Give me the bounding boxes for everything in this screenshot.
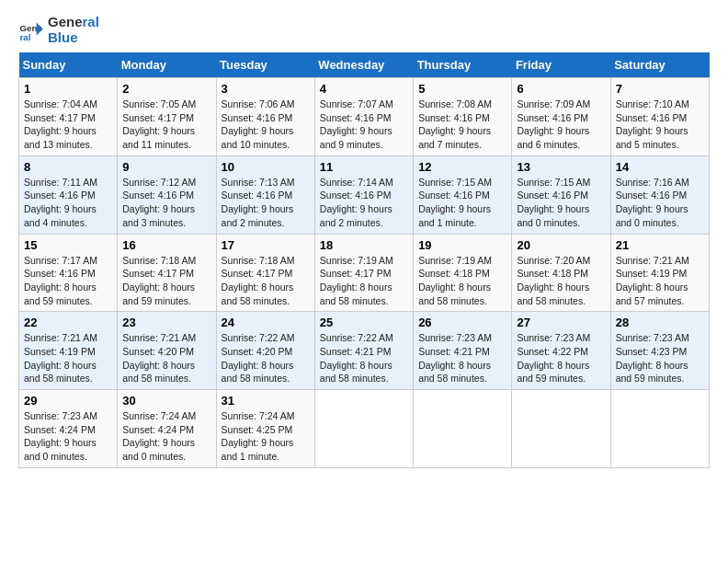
calendar-cell: 13Sunrise: 7:15 AM Sunset: 4:16 PM Dayli… <box>512 155 610 234</box>
day-number: 1 <box>24 82 112 96</box>
logo-text: General Blue <box>48 15 99 45</box>
day-number: 20 <box>517 238 605 252</box>
day-number: 21 <box>616 238 704 252</box>
day-number: 11 <box>320 160 408 174</box>
day-info: Sunrise: 7:12 AM Sunset: 4:16 PM Dayligh… <box>122 176 210 230</box>
day-info: Sunrise: 7:22 AM Sunset: 4:20 PM Dayligh… <box>222 331 310 385</box>
calendar-cell: 6Sunrise: 7:09 AM Sunset: 4:16 PM Daylig… <box>512 78 610 156</box>
day-info: Sunrise: 7:23 AM Sunset: 4:22 PM Dayligh… <box>517 331 605 385</box>
calendar-cell: 19Sunrise: 7:19 AM Sunset: 4:18 PM Dayli… <box>414 234 512 312</box>
header-day-sunday: Sunday <box>19 52 118 78</box>
day-info: Sunrise: 7:07 AM Sunset: 4:16 PM Dayligh… <box>320 98 408 152</box>
day-info: Sunrise: 7:22 AM Sunset: 4:21 PM Dayligh… <box>320 331 408 385</box>
day-info: Sunrise: 7:09 AM Sunset: 4:16 PM Dayligh… <box>517 98 605 152</box>
calendar-cell: 21Sunrise: 7:21 AM Sunset: 4:19 PM Dayli… <box>610 234 709 312</box>
day-info: Sunrise: 7:04 AM Sunset: 4:17 PM Dayligh… <box>24 98 112 152</box>
day-info: Sunrise: 7:11 AM Sunset: 4:16 PM Dayligh… <box>24 176 112 230</box>
day-info: Sunrise: 7:15 AM Sunset: 4:16 PM Dayligh… <box>418 176 506 230</box>
day-info: Sunrise: 7:24 AM Sunset: 4:25 PM Dayligh… <box>222 409 310 464</box>
calendar-cell: 16Sunrise: 7:18 AM Sunset: 4:17 PM Dayli… <box>118 234 216 312</box>
day-info: Sunrise: 7:15 AM Sunset: 4:16 PM Dayligh… <box>517 176 605 230</box>
day-number: 27 <box>517 316 605 329</box>
day-number: 15 <box>24 238 112 252</box>
calendar-cell: 30Sunrise: 7:24 AM Sunset: 4:24 PM Dayli… <box>118 390 216 468</box>
day-number: 25 <box>320 316 408 329</box>
calendar-cell <box>610 390 709 468</box>
calendar-cell: 14Sunrise: 7:16 AM Sunset: 4:16 PM Dayli… <box>610 155 709 234</box>
calendar-cell <box>512 390 610 468</box>
calendar-cell: 15Sunrise: 7:17 AM Sunset: 4:16 PM Dayli… <box>19 234 118 312</box>
day-number: 9 <box>122 160 210 174</box>
week-row-4: 22Sunrise: 7:21 AM Sunset: 4:19 PM Dayli… <box>19 312 710 390</box>
day-number: 12 <box>418 160 506 174</box>
day-info: Sunrise: 7:06 AM Sunset: 4:16 PM Dayligh… <box>222 98 310 152</box>
day-number: 17 <box>222 238 310 252</box>
calendar-cell: 29Sunrise: 7:23 AM Sunset: 4:24 PM Dayli… <box>19 390 118 468</box>
week-row-2: 8Sunrise: 7:11 AM Sunset: 4:16 PM Daylig… <box>19 155 710 234</box>
calendar-cell <box>414 390 512 468</box>
day-info: Sunrise: 7:18 AM Sunset: 4:17 PM Dayligh… <box>222 254 310 308</box>
day-info: Sunrise: 7:23 AM Sunset: 4:24 PM Dayligh… <box>24 409 112 464</box>
calendar-header: SundayMondayTuesdayWednesdayThursdayFrid… <box>19 52 710 78</box>
day-number: 24 <box>222 316 310 329</box>
calendar-cell: 18Sunrise: 7:19 AM Sunset: 4:17 PM Dayli… <box>314 234 413 312</box>
calendar-cell: 22Sunrise: 7:21 AM Sunset: 4:19 PM Dayli… <box>19 312 118 390</box>
day-info: Sunrise: 7:20 AM Sunset: 4:18 PM Dayligh… <box>517 254 605 308</box>
day-number: 4 <box>320 82 408 96</box>
day-info: Sunrise: 7:13 AM Sunset: 4:16 PM Dayligh… <box>222 176 310 230</box>
day-info: Sunrise: 7:21 AM Sunset: 4:19 PM Dayligh… <box>616 254 704 308</box>
day-number: 29 <box>24 394 112 408</box>
day-number: 26 <box>418 316 506 329</box>
header-day-monday: Monday <box>118 52 216 78</box>
day-info: Sunrise: 7:23 AM Sunset: 4:23 PM Dayligh… <box>616 331 704 385</box>
day-info: Sunrise: 7:21 AM Sunset: 4:19 PM Dayligh… <box>24 331 112 385</box>
header: Gene ral General Blue <box>18 15 710 45</box>
header-day-saturday: Saturday <box>610 52 709 78</box>
logo-icon: Gene ral <box>18 17 44 43</box>
calendar-cell: 2Sunrise: 7:05 AM Sunset: 4:17 PM Daylig… <box>118 78 216 156</box>
day-number: 6 <box>517 82 605 96</box>
day-number: 14 <box>616 160 704 174</box>
day-number: 22 <box>24 316 112 329</box>
calendar-cell: 1Sunrise: 7:04 AM Sunset: 4:17 PM Daylig… <box>19 78 118 156</box>
day-info: Sunrise: 7:23 AM Sunset: 4:21 PM Dayligh… <box>418 331 506 385</box>
day-number: 28 <box>616 316 704 329</box>
calendar-body: 1Sunrise: 7:04 AM Sunset: 4:17 PM Daylig… <box>19 78 710 468</box>
day-info: Sunrise: 7:21 AM Sunset: 4:20 PM Dayligh… <box>122 331 210 385</box>
week-row-5: 29Sunrise: 7:23 AM Sunset: 4:24 PM Dayli… <box>19 390 710 468</box>
calendar-cell: 20Sunrise: 7:20 AM Sunset: 4:18 PM Dayli… <box>512 234 610 312</box>
calendar-cell: 8Sunrise: 7:11 AM Sunset: 4:16 PM Daylig… <box>19 155 118 234</box>
calendar-cell: 27Sunrise: 7:23 AM Sunset: 4:22 PM Dayli… <box>512 312 610 390</box>
day-info: Sunrise: 7:05 AM Sunset: 4:17 PM Dayligh… <box>122 98 210 152</box>
calendar-cell: 12Sunrise: 7:15 AM Sunset: 4:16 PM Dayli… <box>414 155 512 234</box>
day-info: Sunrise: 7:16 AM Sunset: 4:16 PM Dayligh… <box>616 176 704 230</box>
day-number: 3 <box>222 82 310 96</box>
day-number: 30 <box>122 394 210 408</box>
day-info: Sunrise: 7:10 AM Sunset: 4:16 PM Dayligh… <box>616 98 704 152</box>
svg-text:ral: ral <box>19 32 30 42</box>
day-info: Sunrise: 7:24 AM Sunset: 4:24 PM Dayligh… <box>122 409 210 464</box>
day-info: Sunrise: 7:19 AM Sunset: 4:18 PM Dayligh… <box>418 254 506 308</box>
calendar-cell: 11Sunrise: 7:14 AM Sunset: 4:16 PM Dayli… <box>314 155 413 234</box>
day-info: Sunrise: 7:17 AM Sunset: 4:16 PM Dayligh… <box>24 254 112 308</box>
calendar-cell: 4Sunrise: 7:07 AM Sunset: 4:16 PM Daylig… <box>314 78 413 156</box>
day-number: 23 <box>122 316 210 329</box>
header-day-thursday: Thursday <box>414 52 512 78</box>
header-day-wednesday: Wednesday <box>314 52 413 78</box>
day-number: 7 <box>616 82 704 96</box>
header-day-friday: Friday <box>512 52 610 78</box>
calendar-cell: 9Sunrise: 7:12 AM Sunset: 4:16 PM Daylig… <box>118 155 216 234</box>
day-number: 13 <box>517 160 605 174</box>
calendar-cell: 17Sunrise: 7:18 AM Sunset: 4:17 PM Dayli… <box>216 234 314 312</box>
calendar-table: SundayMondayTuesdayWednesdayThursdayFrid… <box>18 52 710 468</box>
day-number: 19 <box>418 238 506 252</box>
calendar-cell: 25Sunrise: 7:22 AM Sunset: 4:21 PM Dayli… <box>314 312 413 390</box>
calendar-cell: 31Sunrise: 7:24 AM Sunset: 4:25 PM Dayli… <box>216 390 314 468</box>
day-info: Sunrise: 7:19 AM Sunset: 4:17 PM Dayligh… <box>320 254 408 308</box>
calendar-cell: 10Sunrise: 7:13 AM Sunset: 4:16 PM Dayli… <box>216 155 314 234</box>
day-number: 18 <box>320 238 408 252</box>
day-number: 8 <box>24 160 112 174</box>
calendar-cell: 23Sunrise: 7:21 AM Sunset: 4:20 PM Dayli… <box>118 312 216 390</box>
logo: Gene ral General Blue <box>18 15 99 45</box>
week-row-1: 1Sunrise: 7:04 AM Sunset: 4:17 PM Daylig… <box>19 78 710 156</box>
